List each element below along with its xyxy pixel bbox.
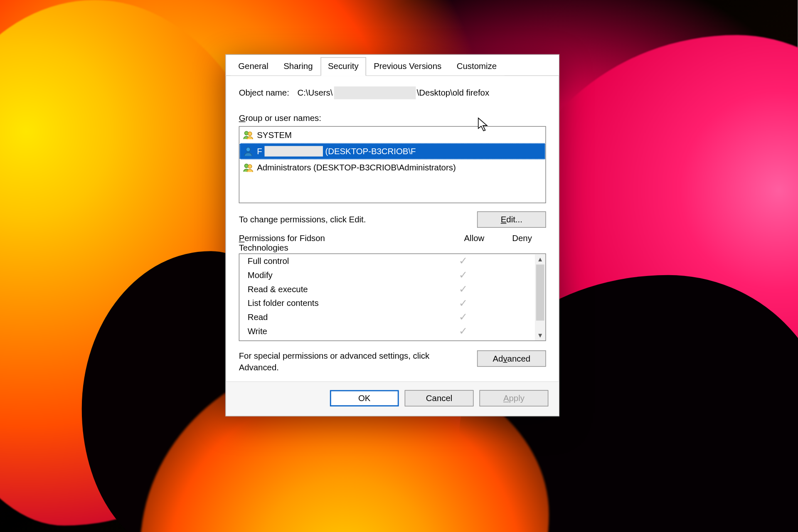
tab-sharing[interactable]: Sharing [276,57,320,76]
svg-point-3 [244,164,248,168]
permission-row: Modify ✓ [239,268,535,282]
object-path-post: \Desktop\old firefox [417,88,489,97]
users-group-icon [243,130,253,140]
permissions-listbox[interactable]: Full control ✓ Modify ✓ Read & execute ✓ [239,254,546,341]
column-allow: Allow [450,234,498,252]
screen: General Sharing Security Previous Versio… [0,0,798,532]
svg-point-1 [248,132,252,135]
principals-listbox[interactable]: SYSTEM F (DESKTOP-B3CRIOB\F [239,126,546,203]
permission-name: Read [248,313,439,322]
tab-customize[interactable]: Customize [449,57,504,76]
group-or-user-names-label: Group or user names: [239,113,546,123]
allow-check-icon: ✓ [439,283,487,296]
permission-name: Full control [248,256,439,266]
user-icon [243,146,253,156]
allow-check-icon: ✓ [439,255,487,268]
permission-row: Full control ✓ [239,254,535,268]
principal-name: SYSTEM [257,130,292,139]
apply-button[interactable]: Apply [480,390,549,406]
dialog-footer: OK Cancel Apply [226,382,559,416]
scroll-up-icon[interactable]: ▲ [535,254,545,264]
tab-previous-versions[interactable]: Previous Versions [366,57,449,76]
object-path-redacted [334,86,416,99]
svg-point-4 [248,165,252,168]
object-name-row: Object name: C:\Users\ \Desktop\old fire… [239,86,546,99]
advanced-hint: For special permissions or advanced sett… [239,350,469,373]
permission-row: Read ✓ [239,310,535,324]
advanced-button[interactable]: Advanced [477,350,546,367]
list-item[interactable]: F (DESKTOP-B3CRIOB\F [239,143,545,159]
allow-check-icon: ✓ [439,268,487,281]
permission-name: Read & execute [248,284,439,293]
list-item[interactable]: SYSTEM [239,127,545,143]
allow-check-icon: ✓ [439,297,487,310]
permission-name: List folder contents [248,298,439,308]
permission-name: Modify [248,271,439,280]
permission-row: List folder contents ✓ [239,296,535,310]
scrollbar[interactable]: ▲ ▼ [535,254,545,340]
column-deny: Deny [498,234,546,252]
edit-button[interactable]: Edit... [477,212,546,228]
security-pane: Object name: C:\Users\ \Desktop\old fire… [226,76,559,382]
permissions-for-label: Permissions for Fidson Technologies [239,234,451,252]
tab-general[interactable]: General [231,57,276,76]
principal-redacted [264,146,323,156]
users-group-icon [243,163,253,173]
scroll-down-icon[interactable]: ▼ [535,330,545,340]
principal-name: Administrators (DESKTOP-B3CRIOB\Administ… [257,163,456,172]
object-path-pre: C:\Users\ [297,88,332,97]
svg-point-2 [246,148,250,152]
permissions-header: Permissions for Fidson Technologies Allo… [239,234,546,252]
list-item[interactable]: Administrators (DESKTOP-B3CRIOB\Administ… [239,160,545,176]
ok-button[interactable]: OK [330,390,399,406]
permission-name: Write [248,326,439,335]
principal-name: F (DESKTOP-B3CRIOB\F [257,146,416,156]
permission-row: Write ✓ [239,324,535,338]
object-path: C:\Users\ \Desktop\old firefox [297,86,489,99]
edit-hint: To change permissions, click Edit. [239,215,366,224]
properties-dialog: General Sharing Security Previous Versio… [225,54,559,416]
allow-check-icon: ✓ [439,310,487,323]
svg-point-0 [244,131,248,135]
permission-row: Read & execute ✓ [239,282,535,296]
scroll-thumb[interactable] [536,264,544,320]
object-name-label: Object name: [239,88,289,97]
allow-check-icon: ✓ [439,325,487,337]
tab-security[interactable]: Security [320,57,366,76]
cancel-button[interactable]: Cancel [405,390,474,406]
tab-bar: General Sharing Security Previous Versio… [226,55,559,76]
